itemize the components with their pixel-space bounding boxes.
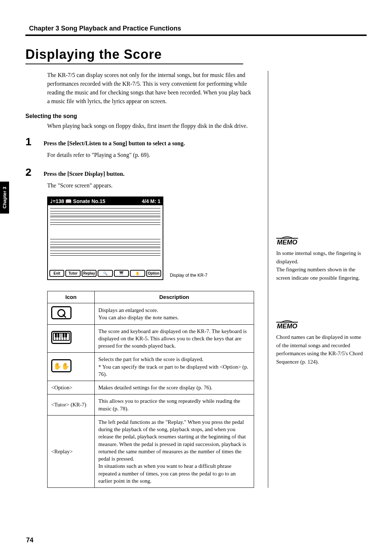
table-row: <Tutor> (KR-7) This allows you to practi… (48, 394, 254, 416)
table-row: <Replay> The left pedal functions as the… (48, 415, 254, 487)
option-button[interactable]: Option (146, 270, 161, 277)
memo-icon: MEMO (276, 238, 298, 246)
step-number: 1. (25, 135, 44, 148)
hands-button[interactable]: ✋ (130, 270, 145, 277)
table-desc: Displays an enlarged score. You can also… (95, 303, 254, 324)
step-title: Press the [Score Display] button. (44, 171, 124, 177)
icon-description-table: Icon Description Displays an enlarged sc… (47, 291, 254, 488)
exit-button[interactable]: Exit (49, 270, 64, 277)
table-desc: The score and keyboard are displayed on … (95, 324, 254, 353)
staff-area (48, 205, 163, 270)
step-title: Press the [Select/Listen to a Song] butt… (44, 140, 185, 147)
table-row: Selects the part for which the score is … (48, 353, 254, 381)
score-time-measure: 4/4 M: 1 (142, 198, 160, 204)
main-column: The KR-7/5 can display scores not only f… (25, 71, 254, 488)
score-button-row: Exit Tutor Replay 🔍 🎹 ✋ Option (48, 270, 163, 278)
table-desc: The left pedal functions as the "Replay.… (95, 415, 254, 487)
score-screenshot: ♩=138 📖 Sonate No.15 4/4 M: 1 (47, 197, 254, 280)
magnify-button[interactable]: 🔍 (98, 270, 113, 277)
replay-button[interactable]: Replay (82, 270, 97, 277)
page-title: Displaying the Score (25, 47, 367, 62)
svg-rect-7 (58, 333, 60, 337)
replay-label: <Replay> (48, 415, 95, 487)
table-desc: Makes detailed settings for the score di… (95, 381, 254, 394)
memo-text: In some internal songs, the fingering is… (276, 249, 367, 282)
hands-icon (51, 359, 72, 372)
keyboard-icon (51, 331, 72, 344)
svg-rect-6 (55, 333, 57, 337)
memo-text: Chord names can be displayed in some of … (276, 333, 367, 366)
svg-rect-8 (63, 333, 65, 337)
tutor-label: <Tutor> (KR-7) (48, 394, 95, 416)
table-row: <Option> Makes detailed settings for the… (48, 381, 254, 394)
step-number: 2. (25, 166, 44, 178)
svg-rect-9 (65, 333, 67, 337)
table-row: Displays an enlarged score. You can also… (48, 303, 254, 324)
score-display-box: ♩=138 📖 Sonate No.15 4/4 M: 1 (47, 197, 163, 280)
selecting-song-text: When playing back songs on floppy disks,… (47, 122, 254, 130)
table-desc: Selects the part for which the score is … (95, 353, 254, 381)
screenshot-caption: Display of the KR-7 (170, 273, 207, 280)
title-rule (25, 64, 243, 64)
magnify-icon (51, 306, 72, 319)
selecting-song-heading: Selecting the song (25, 113, 254, 119)
score-tempo-title: ♩=138 📖 Sonate No.15 (50, 198, 105, 204)
table-desc: This allows you to practice the song rep… (95, 394, 254, 416)
memo-icon: MEMO (276, 322, 298, 330)
page-number: 74 (26, 536, 33, 544)
keyboard-button[interactable]: 🎹 (114, 270, 129, 277)
table-row: The score and keyboard are displayed on … (48, 324, 254, 353)
step-2-body: The "Score screen" appears. (47, 181, 254, 190)
table-header-icon: Icon (48, 291, 95, 303)
step-1: 1. Press the [Select/Listen to a Song] b… (25, 135, 254, 148)
memo-1: MEMO In some internal songs, the fingeri… (276, 238, 367, 282)
tutor-button[interactable]: Tutor (65, 270, 80, 277)
memo-2: MEMO Chord names can be displayed in som… (276, 322, 367, 366)
step-1-body: For details refer to "Playing a Song" (p… (47, 151, 254, 159)
chapter-header: Chapter 3 Song Playback and Practice Fun… (25, 25, 367, 32)
table-header-description: Description (95, 291, 254, 303)
option-label: <Option> (48, 381, 95, 394)
step-2: 2. Press the [Score Display] button. (25, 166, 254, 178)
header-rule (25, 35, 367, 36)
intro-text: The KR-7/5 can display scores not only f… (47, 71, 254, 106)
side-column: MEMO In some internal songs, the fingeri… (268, 71, 367, 488)
